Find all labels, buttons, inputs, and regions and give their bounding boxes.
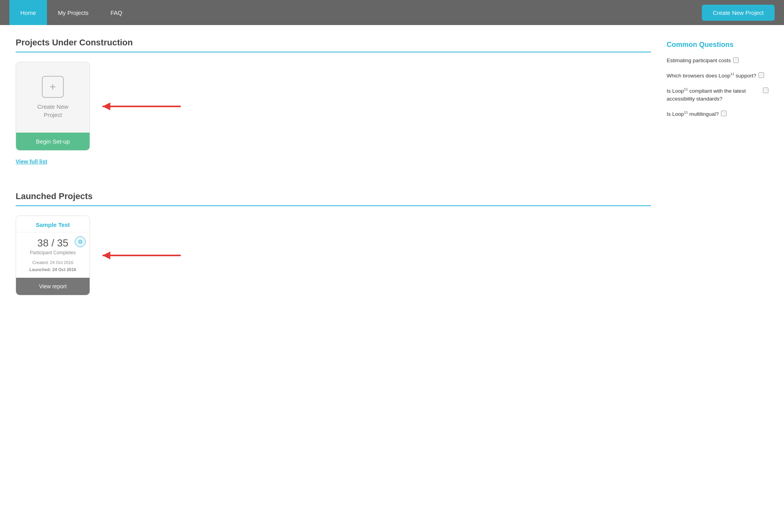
projects-under-construction-section: Projects Under Construction + Create New… <box>16 38 651 179</box>
view-report-button[interactable]: View report <box>16 278 90 295</box>
view-full-list-link[interactable]: View full list <box>16 158 47 165</box>
sidebar-title: Common Questions <box>667 41 768 49</box>
plus-icon: + <box>42 76 64 98</box>
launched-card-body: ⚙ 38 / 35 Participant Completes Created:… <box>16 232 90 278</box>
launched-cards-row: Sample Test ⚙ 38 / 35 Participant Comple… <box>16 216 651 295</box>
card-new-body: + Create New Project <box>16 62 90 133</box>
svg-marker-3 <box>102 252 110 259</box>
sidebar-link-estimating[interactable]: Estimating participant costs □ <box>667 57 768 65</box>
construction-cards-row: + Create New Project Begin Set-up <box>16 62 651 151</box>
sample-test-card: Sample Test ⚙ 38 / 35 Participant Comple… <box>16 216 90 295</box>
external-link-icon-1: □ <box>733 58 739 63</box>
nav-item-home[interactable]: Home <box>9 0 47 25</box>
arrow-begin-setup <box>95 99 181 114</box>
page-container: Projects Under Construction + Create New… <box>0 25 784 308</box>
sample-test-title: Sample Test <box>21 221 85 228</box>
begin-setup-button[interactable]: Begin Set-up <box>16 133 90 150</box>
completions-label: Participant Completes <box>21 250 85 255</box>
create-new-project-card: + Create New Project Begin Set-up <box>16 62 90 151</box>
sidebar-link-accessibility[interactable]: Is Loop11 compliant with the latest acce… <box>667 87 768 103</box>
main-content: Projects Under Construction + Create New… <box>16 38 651 295</box>
sidebar-link-multilingual[interactable]: Is Loop11 multilingual? □ <box>667 110 768 118</box>
create-new-project-button[interactable]: Create New Project <box>702 5 775 21</box>
nav-links: Home My Projects FAQ <box>9 0 702 25</box>
projects-under-construction-title: Projects Under Construction <box>16 38 651 52</box>
launched-projects-section: Launched Projects Sample Test ⚙ 38 / 35 … <box>16 191 651 295</box>
launched-card-header: Sample Test <box>16 216 90 232</box>
nav-item-my-projects[interactable]: My Projects <box>47 0 99 25</box>
external-link-icon-4: □ <box>721 111 726 116</box>
navbar: Home My Projects FAQ Create New Project <box>0 0 784 25</box>
external-link-icon-2: □ <box>759 72 764 78</box>
sidebar: Common Questions Estimating participant … <box>667 38 768 295</box>
arrow-gear-icon <box>95 248 181 263</box>
external-link-icon-3: □ <box>763 88 768 93</box>
launched-projects-title: Launched Projects <box>16 191 651 206</box>
svg-marker-1 <box>102 102 110 110</box>
sidebar-link-browsers[interactable]: Which browsers does Loop11 support? □ <box>667 72 768 80</box>
card-new-label: Create New Project <box>37 102 68 119</box>
nav-item-faq[interactable]: FAQ <box>99 0 133 25</box>
gear-icon-button[interactable]: ⚙ <box>75 236 86 247</box>
date-info: Created: 24 Oct 2016 Launched: 24 Oct 20… <box>21 259 85 273</box>
